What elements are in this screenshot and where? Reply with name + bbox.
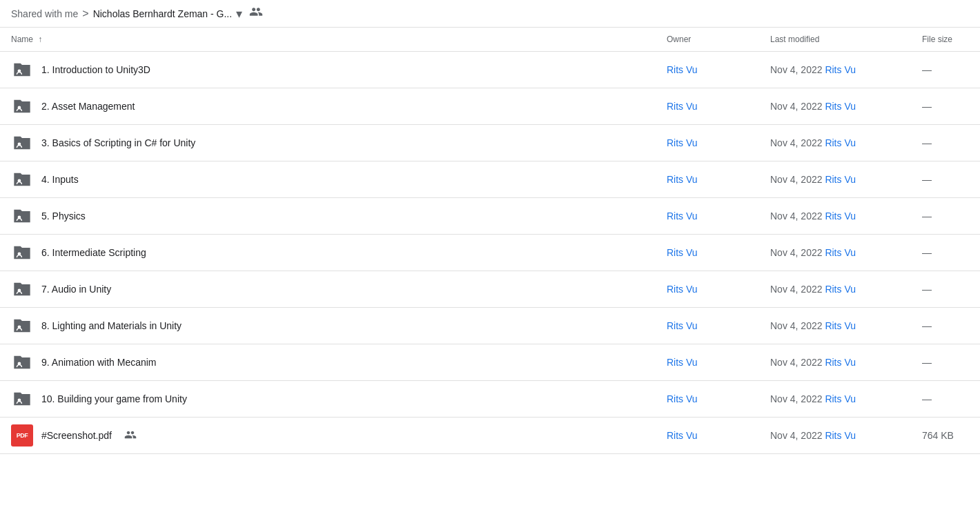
file-name-cell: 2. Asset Management <box>0 88 656 125</box>
table-row[interactable]: 6. Intermediate ScriptingRits VuNov 4, 2… <box>0 235 980 271</box>
folder-icon <box>11 278 33 300</box>
folder-icon <box>11 59 33 81</box>
size-cell: — <box>911 198 980 235</box>
file-name-cell: 10. Building your game from Unity <box>0 381 656 418</box>
modified-cell: Nov 4, 2022 Rits Vu <box>759 235 911 271</box>
file-name-text: 5. Physics <box>41 210 86 222</box>
owner-cell: Rits Vu <box>656 381 759 418</box>
folder-icon <box>11 315 33 337</box>
file-name-cell: 3. Basics of Scripting in C# for Unity <box>0 125 656 161</box>
size-cell: — <box>911 308 980 344</box>
size-cell: — <box>911 88 980 125</box>
size-cell: — <box>911 125 980 161</box>
shared-icon <box>124 429 137 443</box>
modified-cell: Nov 4, 2022 Rits Vu <box>759 308 911 344</box>
breadcrumb-shared-with-me[interactable]: Shared with me <box>11 8 78 19</box>
owner-cell: Rits Vu <box>656 344 759 381</box>
table-row[interactable]: 8. Lighting and Materials in UnityRits V… <box>0 308 980 344</box>
folder-icon <box>11 168 33 190</box>
modified-cell: Nov 4, 2022 Rits Vu <box>759 52 911 88</box>
people-icon[interactable] <box>249 5 263 22</box>
file-name-text: 6. Intermediate Scripting <box>41 247 146 258</box>
column-header-modified[interactable]: Last modified <box>759 28 911 52</box>
file-name-text: 10. Building your game from Unity <box>41 393 187 404</box>
table-row[interactable]: 4. InputsRits VuNov 4, 2022 Rits Vu— <box>0 161 980 198</box>
sort-icon: ↑ <box>38 35 42 44</box>
table-row[interactable]: 10. Building your game from UnityRits Vu… <box>0 381 980 418</box>
size-cell: — <box>911 161 980 198</box>
owner-cell: Rits Vu <box>656 271 759 308</box>
modified-cell: Nov 4, 2022 Rits Vu <box>759 381 911 418</box>
file-name-text: 2. Asset Management <box>41 101 135 112</box>
table-row[interactable]: 1. Introduction to Unity3DRits VuNov 4, … <box>0 52 980 88</box>
table-row[interactable]: 3. Basics of Scripting in C# for UnityRi… <box>0 125 980 161</box>
file-name-text: 1. Introduction to Unity3D <box>41 64 150 75</box>
table-row[interactable]: 5. PhysicsRits VuNov 4, 2022 Rits Vu— <box>0 198 980 235</box>
breadcrumb-dropdown-icon[interactable]: ▾ <box>236 6 242 21</box>
folder-icon <box>11 95 33 117</box>
file-name-text: 4. Inputs <box>41 174 79 185</box>
file-name-cell: PDF#Screenshot.pdf <box>0 418 656 454</box>
breadcrumb-separator: > <box>82 8 88 20</box>
owner-cell: Rits Vu <box>656 308 759 344</box>
owner-cell: Rits Vu <box>656 161 759 198</box>
file-name-cell: 1. Introduction to Unity3D <box>0 52 656 88</box>
file-name-cell: 8. Lighting and Materials in Unity <box>0 308 656 344</box>
file-name-cell: 4. Inputs <box>0 161 656 198</box>
table-row[interactable]: 9. Animation with MecanimRits VuNov 4, 2… <box>0 344 980 381</box>
column-header-name[interactable]: Name ↑ <box>0 28 656 52</box>
file-table: Name ↑ Owner Last modified File size 1. … <box>0 28 980 454</box>
folder-icon <box>11 242 33 264</box>
owner-cell: Rits Vu <box>656 125 759 161</box>
modified-cell: Nov 4, 2022 Rits Vu <box>759 271 911 308</box>
file-name-cell: 5. Physics <box>0 198 656 235</box>
file-name-text: #Screenshot.pdf <box>41 430 112 441</box>
file-name-cell: 9. Animation with Mecanim <box>0 344 656 381</box>
size-cell: — <box>911 344 980 381</box>
breadcrumb-current-folder: Nicholas Bernhardt Zeman - G... <box>93 8 233 19</box>
modified-cell: Nov 4, 2022 Rits Vu <box>759 344 911 381</box>
size-cell: — <box>911 235 980 271</box>
size-cell: — <box>911 271 980 308</box>
file-name-cell: 6. Intermediate Scripting <box>0 235 656 271</box>
table-row[interactable]: 7. Audio in UnityRits VuNov 4, 2022 Rits… <box>0 271 980 308</box>
table-header-row: Name ↑ Owner Last modified File size <box>0 28 980 52</box>
owner-cell: Rits Vu <box>656 88 759 125</box>
size-cell: — <box>911 52 980 88</box>
folder-icon <box>11 205 33 227</box>
file-name-text: 3. Basics of Scripting in C# for Unity <box>41 137 195 148</box>
owner-cell: Rits Vu <box>656 235 759 271</box>
folder-icon <box>11 132 33 154</box>
modified-cell: Nov 4, 2022 Rits Vu <box>759 161 911 198</box>
modified-cell: Nov 4, 2022 Rits Vu <box>759 88 911 125</box>
column-header-size[interactable]: File size <box>911 28 980 52</box>
breadcrumb: Shared with me > Nicholas Bernhardt Zema… <box>0 0 980 28</box>
folder-icon <box>11 388 33 410</box>
table-row[interactable]: PDF#Screenshot.pdfRits VuNov 4, 2022 Rit… <box>0 418 980 454</box>
file-name-text: 7. Audio in Unity <box>41 284 111 295</box>
table-row[interactable]: 2. Asset ManagementRits VuNov 4, 2022 Ri… <box>0 88 980 125</box>
pdf-icon: PDF <box>11 424 33 447</box>
folder-icon <box>11 351 33 373</box>
column-header-owner[interactable]: Owner <box>656 28 759 52</box>
modified-cell: Nov 4, 2022 Rits Vu <box>759 198 911 235</box>
file-name-cell: 7. Audio in Unity <box>0 271 656 308</box>
modified-cell: Nov 4, 2022 Rits Vu <box>759 125 911 161</box>
size-cell: — <box>911 381 980 418</box>
owner-cell: Rits Vu <box>656 418 759 454</box>
size-cell: 764 KB <box>911 418 980 454</box>
owner-cell: Rits Vu <box>656 52 759 88</box>
file-name-text: 8. Lighting and Materials in Unity <box>41 320 182 331</box>
owner-cell: Rits Vu <box>656 198 759 235</box>
file-name-text: 9. Animation with Mecanim <box>41 357 157 368</box>
modified-cell: Nov 4, 2022 Rits Vu <box>759 418 911 454</box>
